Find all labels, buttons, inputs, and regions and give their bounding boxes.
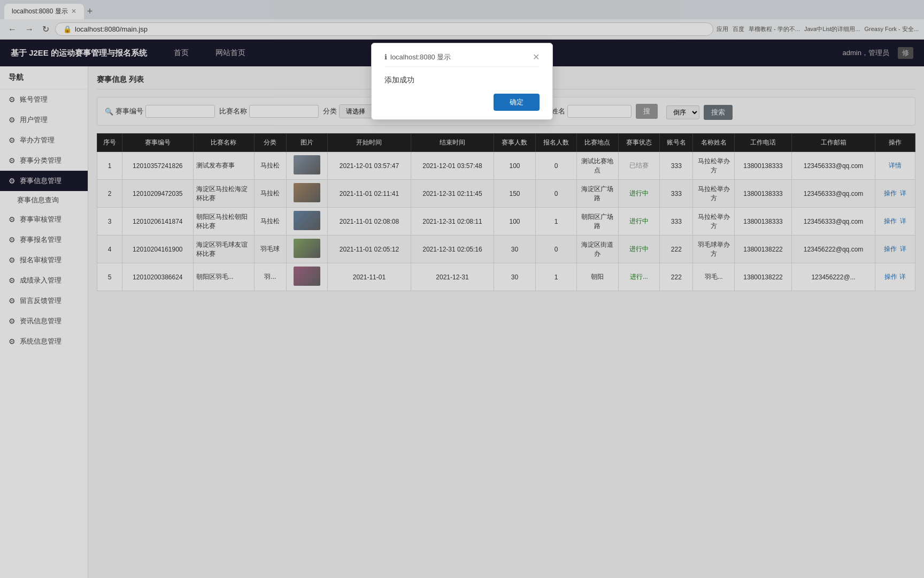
toast-confirm-button[interactable]: 确定 (494, 94, 540, 111)
toast-message: 添加成功 (384, 73, 540, 87)
toast-header: ℹ localhost:8080 显示 ✕ (384, 52, 540, 67)
toast-site-label: localhost:8080 显示 (390, 52, 451, 62)
toast-close-icon[interactable]: ✕ (533, 52, 540, 62)
toast-site: ℹ localhost:8080 显示 (384, 52, 451, 62)
toast-overlay: ℹ localhost:8080 显示 ✕ 添加成功 确定 (0, 0, 924, 578)
info-icon: ℹ (384, 53, 387, 61)
toast-popup: ℹ localhost:8080 显示 ✕ 添加成功 确定 (371, 43, 553, 120)
